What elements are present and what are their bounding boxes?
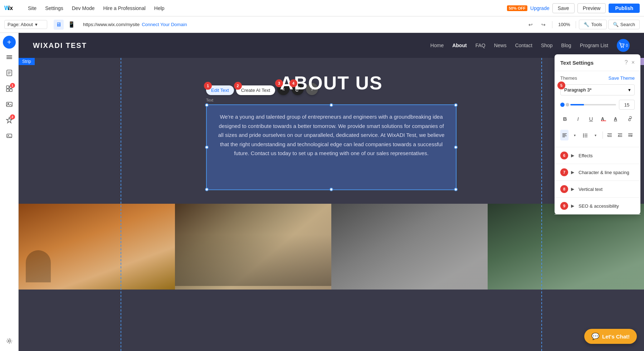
chat-button[interactable]: 💬 Let's Chat! <box>584 329 637 344</box>
size-track[interactable] <box>570 104 616 105</box>
tools-button[interactable]: 🔧 Tools <box>579 20 606 29</box>
cart-icon[interactable]: 0 <box>617 39 630 52</box>
redo-button[interactable]: ↪ <box>538 19 549 30</box>
nav-home[interactable]: Home <box>430 43 444 48</box>
step-3-badge: 3 <box>275 79 283 87</box>
site-nav: Home About FAQ News Contact Shop Blog Pr… <box>430 39 630 52</box>
sidebar-settings-icon[interactable] <box>2 334 16 348</box>
effects-arrow: ▶ <box>571 153 574 158</box>
search-button[interactable]: 🔍 Search <box>608 20 640 29</box>
settings-menu[interactable]: Settings <box>41 0 68 16</box>
site-logo: WIXADI TEST <box>33 41 87 50</box>
effects-collapsible[interactable]: 6 ▶ Effects <box>555 147 640 164</box>
resize-handle-bottomleft[interactable] <box>205 188 209 191</box>
wix-logo[interactable]: W ix <box>4 5 17 12</box>
site-menu[interactable]: Site <box>24 0 41 16</box>
svg-rect-13 <box>6 102 12 107</box>
chat-icon: 💬 <box>591 332 599 340</box>
align-divider <box>602 132 603 139</box>
panel-header-actions: ? × <box>625 59 635 66</box>
resize-handle-middleright[interactable] <box>454 145 458 149</box>
resize-handle-topleft[interactable] <box>205 103 209 107</box>
help-menu[interactable]: Help <box>150 0 169 16</box>
nav-contact[interactable]: Contact <box>515 43 532 48</box>
text-highlight-button[interactable]: A <box>612 113 621 124</box>
desktop-icon[interactable]: 🖥 <box>54 20 64 30</box>
resize-handle-bottomright[interactable] <box>454 188 458 191</box>
align-left-button[interactable] <box>560 130 569 140</box>
nav-blog[interactable]: Blog <box>561 43 571 48</box>
preview-button[interactable]: Preview <box>577 3 606 13</box>
help-icon-panel[interactable]: ? <box>625 59 628 66</box>
svg-rect-11 <box>6 89 9 92</box>
sidebar-components-icon[interactable]: 1 <box>2 81 16 96</box>
save-theme-link[interactable]: Save Theme <box>609 75 635 81</box>
hire-professional-menu[interactable]: Hire a Professional <box>99 0 150 16</box>
vertical-text-arrow: ▶ <box>571 187 574 192</box>
character-line-collapsible[interactable]: 7 ▶ Character & line spacing <box>555 164 640 181</box>
sidebar-add-icon[interactable]: + <box>3 36 16 49</box>
sidebar-apps-icon[interactable]: 2 <box>2 113 16 127</box>
text-box[interactable]: We're a young and talented group of entr… <box>206 104 457 190</box>
list-bullet-button[interactable] <box>581 130 589 140</box>
sidebar-layers-icon[interactable] <box>2 50 16 64</box>
image-panel-2 <box>175 204 331 290</box>
devmode-menu[interactable]: Dev Mode <box>68 0 99 16</box>
list-bullet-dropdown[interactable]: ▾ <box>591 130 600 140</box>
mobile-icon[interactable]: 📱 <box>67 20 77 30</box>
bold-button[interactable]: B <box>560 113 570 124</box>
svg-rect-2 <box>6 55 12 56</box>
page-selector[interactable]: Page: About ▾ <box>4 20 47 29</box>
svg-point-17 <box>8 340 10 342</box>
strip-label[interactable]: Strip <box>19 58 35 65</box>
resize-handle-middleleft[interactable] <box>205 145 209 149</box>
dropdown-value: Paragraph 3* <box>564 87 592 93</box>
indent-decrease-button[interactable] <box>616 130 624 140</box>
nav-about[interactable]: About <box>452 43 467 48</box>
indent-increase-button[interactable] <box>606 130 614 140</box>
wrench-icon: 🔧 <box>584 22 589 27</box>
svg-point-16 <box>8 135 9 136</box>
resize-handle-bottomcenter[interactable] <box>330 188 333 191</box>
theme-dropdown[interactable]: Paragraph 3* ▾ <box>560 84 635 95</box>
svg-rect-3 <box>6 57 12 58</box>
components-badge: 1 <box>10 83 15 88</box>
underline-button[interactable]: U <box>586 113 596 124</box>
italic-button[interactable]: I <box>573 113 582 124</box>
toolbar-right: ↩ ↪ 100% 🔧 Tools 🔍 Search <box>525 19 640 30</box>
search-icon: 🔍 <box>613 22 619 27</box>
size-dot-inactive <box>566 103 569 107</box>
align-left-dropdown[interactable]: ▾ <box>571 130 579 140</box>
rtl-button[interactable] <box>626 130 635 140</box>
sidebar-image-icon[interactable] <box>2 129 16 143</box>
chevron-down-icon: ▾ <box>628 87 631 93</box>
publish-button[interactable]: Publish <box>609 4 640 13</box>
nav-faq[interactable]: FAQ <box>475 43 486 48</box>
nav-news[interactable]: News <box>494 43 507 48</box>
upgrade-link[interactable]: Upgrade <box>530 5 550 11</box>
seo-arrow: ▶ <box>571 203 574 208</box>
character-arrow: ▶ <box>571 170 574 175</box>
sidebar-media-icon[interactable] <box>2 97 16 112</box>
text-settings-panel: Text Settings ? × Themes Save Theme 5 Pa… <box>555 54 640 214</box>
resize-handle-topright[interactable] <box>454 103 458 107</box>
vertical-text-collapsible[interactable]: 8 ▶ Vertical text <box>555 181 640 198</box>
undo-button[interactable]: ↩ <box>525 19 536 30</box>
text-color-button[interactable]: A <box>599 113 609 124</box>
font-size-input[interactable] <box>619 100 635 110</box>
link-format-button[interactable] <box>625 113 635 124</box>
nav-shop[interactable]: Shop <box>541 43 553 48</box>
guide-line-right <box>541 58 542 351</box>
save-button[interactable]: Save <box>552 3 575 13</box>
close-icon-panel[interactable]: × <box>631 59 635 66</box>
vertical-text-label: Vertical text <box>579 187 635 192</box>
size-dots <box>560 103 616 107</box>
sidebar-pages-icon[interactable] <box>2 66 16 80</box>
connect-domain-link[interactable]: Connect Your Domain <box>142 22 187 27</box>
left-sidebar: + 1 2 <box>0 33 19 351</box>
panel-title: Text Settings <box>560 60 594 66</box>
step-9-badge: 9 <box>560 202 568 210</box>
nav-program-list[interactable]: Program List <box>580 43 608 48</box>
resize-handle-topcenter[interactable] <box>330 103 333 107</box>
seo-accessibility-collapsible[interactable]: 9 ▶ SEO & accessibility <box>555 198 640 214</box>
